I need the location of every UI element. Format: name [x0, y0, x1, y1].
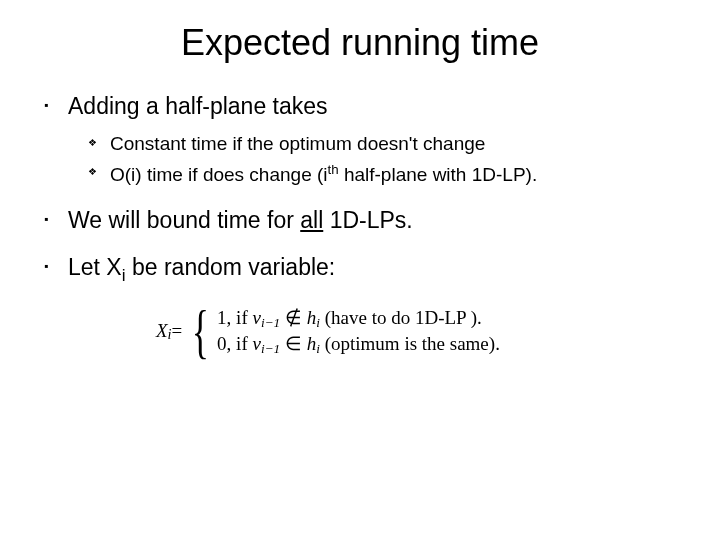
case2-h: h — [307, 333, 317, 354]
bullet-list: Adding a half-plane takes Constant time … — [40, 92, 680, 287]
formula-lhs-sub: i — [168, 326, 172, 343]
case1-if: if — [231, 307, 252, 328]
bullet-1: Adding a half-plane takes Constant time … — [68, 92, 680, 188]
bullet-1-text: Adding a half-plane takes — [68, 93, 328, 119]
formula-lhs: Xi = — [156, 305, 182, 357]
formula-case-2: 0, if vi−1 ∈ hi (optimum is the same). — [217, 333, 500, 355]
case2-hsub: i — [316, 341, 320, 356]
case2-in: ∈ — [280, 333, 307, 354]
bullet-3: Let Xi be random variable: — [68, 253, 680, 286]
bullet-2-text-a: We will bound time for — [68, 207, 300, 233]
case1-vsub: i−1 — [261, 315, 280, 330]
case1-hsub: i — [316, 315, 320, 330]
case2-val: 0, — [217, 333, 231, 354]
case1-notin: ∉ — [280, 307, 307, 328]
case1-v: v — [252, 307, 260, 328]
sub-bullet-1-text: Constant time if the optimum doesn't cha… — [110, 133, 485, 154]
bullet-3-text-a: Let X — [68, 254, 122, 280]
case1-val: 1, — [217, 307, 231, 328]
bullet-2-underline: all — [300, 207, 323, 233]
slide-title: Expected running time — [40, 22, 680, 64]
formula-eq: = — [172, 320, 183, 342]
case1-h: h — [307, 307, 317, 328]
bullet-2: We will bound time for all 1D-LPs. — [68, 206, 680, 236]
formula-brace-icon: { — [192, 305, 209, 357]
case2-tail: (optimum is the same). — [320, 333, 500, 354]
formula-block: Xi = { 1, if vi−1 ∉ hi (have to do 1D-LP… — [156, 305, 680, 357]
formula-lhs-var: X — [156, 320, 168, 342]
formula-cases: 1, if vi−1 ∉ hi (have to do 1D-LP ). 0, … — [217, 305, 500, 357]
case1-tail: (have to do 1D-LP ). — [320, 307, 482, 328]
sub-bullet-2-text-a: O(i) time if does change (i — [110, 164, 328, 185]
sub-bullet-1: Constant time if the optimum doesn't cha… — [110, 132, 680, 157]
case2-vsub: i−1 — [261, 341, 280, 356]
sub-bullet-2-sup: th — [328, 162, 339, 177]
sub-bullet-2: O(i) time if does change (ith half-plane… — [110, 161, 680, 188]
case2-v: v — [252, 333, 260, 354]
bullet-3-text-b: be random variable: — [126, 254, 336, 280]
bullet-2-text-b: 1D-LPs. — [323, 207, 412, 233]
slide-container: Expected running time Adding a half-plan… — [0, 0, 720, 540]
sub-bullet-list-1: Constant time if the optimum doesn't cha… — [68, 132, 680, 188]
formula-case-1: 1, if vi−1 ∉ hi (have to do 1D-LP ). — [217, 307, 500, 329]
case2-if: if — [231, 333, 252, 354]
sub-bullet-2-text-b: half-plane with 1D-LP). — [339, 164, 538, 185]
